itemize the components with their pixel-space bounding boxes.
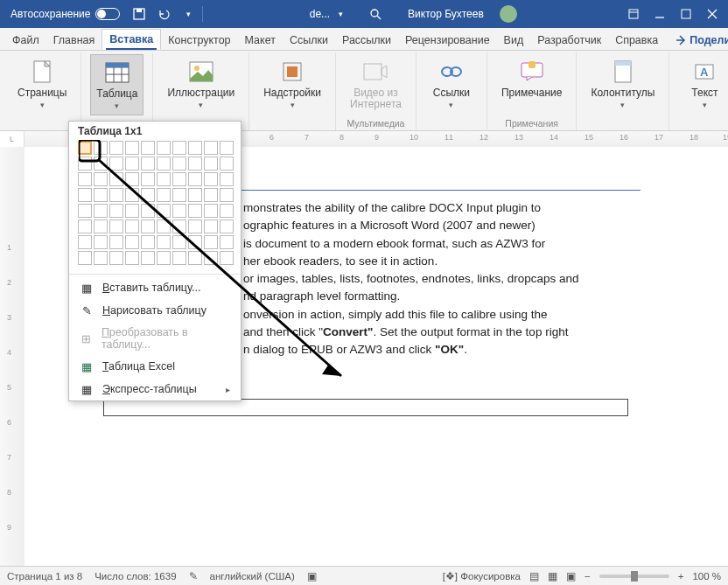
grid-cell[interactable]: [157, 172, 171, 186]
grid-cell[interactable]: [125, 172, 139, 186]
accessibility-icon[interactable]: ▣: [307, 570, 317, 582]
grid-cell[interactable]: [220, 251, 234, 265]
tab-mailings[interactable]: Рассылки: [335, 31, 398, 50]
grid-cell[interactable]: [78, 157, 92, 171]
grid-cell[interactable]: [109, 251, 123, 265]
grid-cell[interactable]: [109, 157, 123, 171]
close-icon[interactable]: [700, 2, 724, 26]
view-web-icon[interactable]: ▣: [566, 570, 576, 582]
grid-cell[interactable]: [125, 235, 139, 249]
grid-cell[interactable]: [188, 141, 202, 155]
page-status[interactable]: Страница 1 из 8: [7, 571, 82, 582]
grid-cell[interactable]: [157, 188, 171, 202]
grid-cell[interactable]: [94, 219, 108, 233]
grid-cell[interactable]: [125, 204, 139, 218]
tab-home[interactable]: Главная: [46, 31, 102, 50]
grid-cell[interactable]: [141, 188, 155, 202]
grid-cell[interactable]: [157, 204, 171, 218]
grid-cell[interactable]: [220, 204, 234, 218]
grid-cell[interactable]: [109, 141, 123, 155]
grid-cell[interactable]: [94, 235, 108, 249]
maximize-icon[interactable]: [674, 2, 698, 26]
online-video-button[interactable]: Видео изИнтернета: [345, 54, 407, 114]
grid-cell[interactable]: [220, 141, 234, 155]
headerfooter-button[interactable]: Колонтитулы▾: [585, 54, 660, 114]
draw-table-item[interactable]: ✎ Нарисовать таблицу: [69, 299, 241, 322]
grid-cell[interactable]: [109, 219, 123, 233]
tab-review[interactable]: Рецензирование: [398, 31, 497, 50]
grid-cell[interactable]: [78, 188, 92, 202]
table-button[interactable]: Таблица▾: [90, 54, 144, 115]
insert-table-item[interactable]: ▦ Вставить таблицу...: [69, 276, 241, 299]
pages-button[interactable]: Страницы▾: [12, 54, 72, 114]
grid-cell[interactable]: [109, 204, 123, 218]
grid-cell[interactable]: [78, 235, 92, 249]
grid-cell[interactable]: [109, 235, 123, 249]
zoom-slider[interactable]: [599, 575, 669, 578]
grid-cell[interactable]: [157, 251, 171, 265]
search-icon[interactable]: [369, 8, 382, 20]
text-button[interactable]: A Текст▾: [678, 54, 728, 114]
grid-cell[interactable]: [188, 219, 202, 233]
avatar[interactable]: [500, 5, 517, 23]
addins-button[interactable]: Надстройки▾: [258, 54, 326, 114]
grid-cell[interactable]: [204, 188, 218, 202]
grid-cell[interactable]: [109, 188, 123, 202]
grid-cell[interactable]: [94, 188, 108, 202]
minimize-icon[interactable]: [648, 2, 672, 26]
grid-cell[interactable]: [188, 235, 202, 249]
language-status[interactable]: английский (США): [210, 571, 295, 582]
tab-file[interactable]: Файл: [5, 31, 46, 50]
grid-cell[interactable]: [220, 188, 234, 202]
grid-cell[interactable]: [172, 235, 186, 249]
grid-cell[interactable]: [188, 188, 202, 202]
grid-cell[interactable]: [94, 251, 108, 265]
grid-cell[interactable]: [157, 219, 171, 233]
grid-cell[interactable]: [157, 157, 171, 171]
grid-cell[interactable]: [157, 235, 171, 249]
save-icon[interactable]: [127, 2, 151, 26]
grid-cell[interactable]: [78, 141, 92, 155]
word-count[interactable]: Число слов: 1639: [94, 571, 176, 582]
grid-cell[interactable]: [141, 157, 155, 171]
links-button[interactable]: Ссылки▾: [425, 54, 478, 114]
chevron-down-icon[interactable]: ▾: [339, 10, 343, 18]
grid-cell[interactable]: [141, 251, 155, 265]
tab-insert[interactable]: Вставка: [102, 29, 161, 50]
zoom-out-icon[interactable]: −: [584, 571, 591, 582]
illustrations-button[interactable]: Иллюстрации▾: [162, 54, 240, 114]
grid-cell[interactable]: [78, 219, 92, 233]
grid-cell[interactable]: [204, 172, 218, 186]
grid-cell[interactable]: [94, 157, 108, 171]
grid-cell[interactable]: [172, 204, 186, 218]
grid-cell[interactable]: [157, 141, 171, 155]
grid-cell[interactable]: [220, 172, 234, 186]
table-size-grid[interactable]: [69, 139, 241, 272]
grid-cell[interactable]: [220, 157, 234, 171]
grid-cell[interactable]: [220, 219, 234, 233]
zoom-level[interactable]: 100 %: [692, 571, 721, 582]
grid-cell[interactable]: [204, 251, 218, 265]
grid-cell[interactable]: [172, 251, 186, 265]
grid-cell[interactable]: [204, 235, 218, 249]
grid-cell[interactable]: [141, 204, 155, 218]
grid-cell[interactable]: [172, 141, 186, 155]
grid-cell[interactable]: [125, 251, 139, 265]
focus-mode[interactable]: [❖] Фокусировка: [443, 570, 521, 582]
grid-cell[interactable]: [188, 251, 202, 265]
undo-icon[interactable]: [151, 2, 176, 26]
tab-references[interactable]: Ссылки: [283, 31, 335, 50]
spellcheck-icon[interactable]: ✎: [189, 570, 198, 582]
grid-cell[interactable]: [188, 157, 202, 171]
grid-cell[interactable]: [204, 141, 218, 155]
grid-cell[interactable]: [172, 219, 186, 233]
view-read-icon[interactable]: ▤: [529, 570, 539, 582]
tab-developer[interactable]: Разработчик: [530, 31, 608, 50]
grid-cell[interactable]: [172, 188, 186, 202]
grid-cell[interactable]: [78, 251, 92, 265]
tab-layout[interactable]: Макет: [238, 31, 283, 50]
grid-cell[interactable]: [141, 235, 155, 249]
grid-cell[interactable]: [94, 204, 108, 218]
grid-cell[interactable]: [172, 172, 186, 186]
grid-cell[interactable]: [141, 172, 155, 186]
